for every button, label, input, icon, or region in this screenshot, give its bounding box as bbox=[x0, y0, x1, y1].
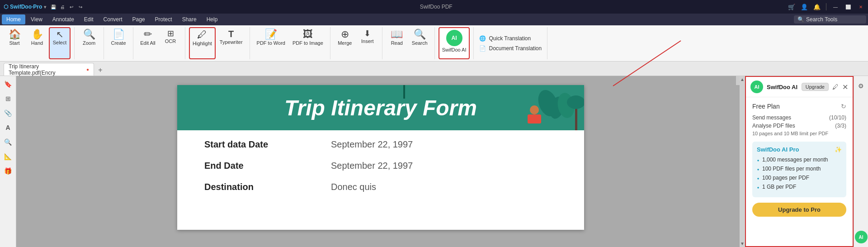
ai-settings-icon[interactable]: 🖊 bbox=[832, 83, 839, 90]
menu-home[interactable]: Home bbox=[2, 14, 25, 24]
pro-feature-4: ⬥ 1 GB per PDF bbox=[757, 184, 842, 190]
settings-icon[interactable]: ⚙ bbox=[855, 80, 868, 92]
analyse-pdf-row: Analyse PDF files (3/3) bbox=[752, 123, 846, 129]
pdf-to-image-button[interactable]: 🖼 PDF to Image bbox=[289, 27, 326, 59]
sidebar-gift[interactable]: 🎁 bbox=[2, 165, 14, 177]
highlight-button[interactable]: 🖊 Highlight bbox=[189, 27, 216, 59]
pdf-body: Start data Date September 22, 1997 End D… bbox=[177, 130, 584, 212]
pro-feature-label-4: 1 GB per PDF bbox=[762, 184, 796, 190]
svg-rect-6 bbox=[528, 114, 541, 124]
edit-all-label: Edit All bbox=[140, 40, 156, 46]
ai-float-button[interactable]: AI bbox=[855, 231, 868, 243]
pdf-field-end-date: End Date September 22, 1997 bbox=[204, 161, 557, 171]
pdf-title: Trip Itinerary Form bbox=[284, 95, 477, 120]
search-button[interactable]: 🔍 Search bbox=[409, 27, 431, 59]
pro-feature-label-3: 100 pages per PDF bbox=[762, 175, 809, 181]
zoom-button[interactable]: 🔍 Zoom bbox=[78, 27, 100, 59]
edit-all-button[interactable]: ✏ Edit All bbox=[137, 27, 159, 59]
new-tab-button[interactable]: + bbox=[95, 65, 106, 76]
read-icon: 📖 bbox=[391, 29, 403, 39]
merge-button[interactable]: ⊕ Merge bbox=[334, 27, 356, 59]
quick-translation-label: Quick Translation bbox=[489, 35, 531, 42]
ribbon-translation-group: 🌐 Quick Translation 📄 Document Translati… bbox=[474, 27, 547, 59]
hand-label: Hand bbox=[31, 40, 43, 46]
quick-translation-button[interactable]: 🌐 Quick Translation bbox=[477, 34, 543, 43]
menu-annotate[interactable]: Annotate bbox=[48, 14, 79, 24]
toolbar-controls: 💾 🖨 ↩ ↪ bbox=[50, 3, 84, 10]
pdf-to-word-button[interactable]: 📝 PDF to Word bbox=[254, 27, 288, 59]
pro-bullet-4: ⬥ bbox=[757, 185, 760, 190]
sidebar-measure[interactable]: 📐 bbox=[2, 150, 14, 163]
select-button[interactable]: ↖ Select bbox=[49, 27, 71, 59]
main-area: 🔖 ⊞ 📎 A 🔍 📐 🎁 ▲ ▼ bbox=[0, 76, 868, 247]
upgrade-to-pro-button[interactable]: Upgrade to Pro bbox=[752, 203, 846, 217]
ribbon-convert-group: 📝 PDF to Word 🖼 PDF to Image bbox=[250, 27, 330, 59]
select-icon: ↖ bbox=[56, 30, 64, 39]
scroll-up-icon[interactable]: ▲ bbox=[739, 76, 745, 83]
sidebar-search[interactable]: 🔍 bbox=[2, 136, 14, 148]
sidebar-thumbnail[interactable]: ⊞ bbox=[2, 92, 14, 105]
tab-1[interactable]: Trip Itinerary Template.pdf(Encry ● bbox=[4, 63, 94, 76]
menu-page[interactable]: Page bbox=[128, 14, 150, 24]
dropdown-arrow-icon[interactable]: ▾ bbox=[44, 5, 46, 10]
refresh-icon[interactable]: ↻ bbox=[841, 103, 846, 110]
read-button[interactable]: 📖 Read bbox=[386, 27, 408, 59]
pro-feature-3: ⬥ 100 pages per PDF bbox=[757, 175, 842, 181]
zoom-label: Zoom bbox=[83, 40, 95, 46]
pro-section: SwifDoo AI Pro ✨ ⬥ 1,000 messages per mo… bbox=[752, 142, 846, 197]
create-icon: 📄 bbox=[113, 29, 125, 39]
document-translation-button[interactable]: 📄 Document Translation bbox=[477, 44, 543, 52]
tab-1-label: Trip Itinerary Template.pdf(Encry bbox=[9, 63, 84, 76]
pro-bullet-2: ⬥ bbox=[757, 166, 760, 171]
minimize-button[interactable]: — bbox=[832, 3, 839, 10]
ribbon-zoom-group: 🔍 Zoom bbox=[75, 27, 104, 59]
ai-panel: AI SwifDoo AI Upgrade 🖊 ✕ Free Plan ↻ Se… bbox=[745, 76, 854, 247]
scroll-bar[interactable]: ▲ ▼ bbox=[740, 76, 745, 247]
pdf-field-start-date: Start data Date September 22, 1997 bbox=[204, 139, 557, 150]
swifdoo-ai-button[interactable]: AI SwifDoo AI bbox=[439, 27, 470, 59]
select-label: Select bbox=[53, 40, 67, 46]
pro-title-label: SwifDoo AI Pro bbox=[757, 146, 799, 153]
start-button[interactable]: 🏠 Start bbox=[4, 27, 25, 59]
user-icon[interactable]: 👤 bbox=[801, 4, 808, 10]
menu-protect[interactable]: Protect bbox=[151, 14, 177, 24]
tab-1-close[interactable]: ● bbox=[86, 67, 89, 72]
menu-view[interactable]: View bbox=[26, 14, 47, 24]
quick-translation-icon: 🌐 bbox=[479, 35, 486, 42]
maximize-button[interactable]: ⬜ bbox=[844, 3, 852, 10]
sidebar-text[interactable]: A bbox=[2, 121, 14, 134]
menu-share[interactable]: Share bbox=[178, 14, 201, 24]
limit-text: 10 pages and 10 MB limit per PDF bbox=[752, 131, 846, 136]
pro-bullet-1: ⬥ bbox=[757, 157, 760, 162]
insert-button[interactable]: ⬇ Insert bbox=[357, 27, 378, 59]
ribbon-annotate-group: 🖊 Highlight T Typewriter bbox=[185, 27, 250, 59]
ai-panel-close-button[interactable]: ✕ bbox=[842, 83, 848, 91]
scroll-down-icon[interactable]: ▼ bbox=[739, 240, 745, 247]
sidebar-bookmark[interactable]: 🔖 bbox=[2, 78, 14, 90]
hand-button[interactable]: ✋ Hand bbox=[26, 27, 48, 59]
print-icon[interactable]: 🖨 bbox=[59, 3, 66, 10]
save-icon[interactable]: 💾 bbox=[50, 3, 57, 10]
insert-icon: ⬇ bbox=[364, 29, 371, 38]
menu-help[interactable]: Help bbox=[202, 14, 222, 24]
typewriter-label: Typewriter bbox=[220, 39, 243, 45]
redo-icon[interactable]: ↪ bbox=[77, 3, 84, 10]
undo-icon[interactable]: ↩ bbox=[68, 3, 75, 10]
pro-feature-label-1: 1,000 messages per month bbox=[762, 157, 828, 163]
pdf-field-value-end: September 22, 1997 bbox=[331, 161, 413, 171]
search-tools-area[interactable]: 🔍 Search Tools bbox=[794, 15, 866, 24]
upgrade-button[interactable]: Upgrade bbox=[802, 83, 829, 91]
swifdoo-ai-label: SwifDoo AI bbox=[442, 47, 467, 53]
ribbon-ai-group: AI SwifDoo AI bbox=[435, 27, 474, 59]
bell-icon[interactable]: 🔔 bbox=[813, 4, 821, 10]
create-button[interactable]: 📄 Create bbox=[108, 27, 129, 59]
send-messages-count: (10/10) bbox=[829, 114, 846, 121]
cart-icon[interactable]: 🛒 bbox=[788, 4, 795, 10]
typewriter-button[interactable]: T Typewriter bbox=[217, 27, 246, 59]
close-button[interactable]: ✕ bbox=[857, 3, 864, 10]
sidebar-attachment[interactable]: 📎 bbox=[2, 107, 14, 119]
menu-convert[interactable]: Convert bbox=[99, 14, 127, 24]
ocr-button[interactable]: ⊞ OCR bbox=[160, 27, 181, 59]
menu-edit[interactable]: Edit bbox=[80, 14, 98, 24]
send-messages-label: Send messages bbox=[752, 114, 791, 121]
